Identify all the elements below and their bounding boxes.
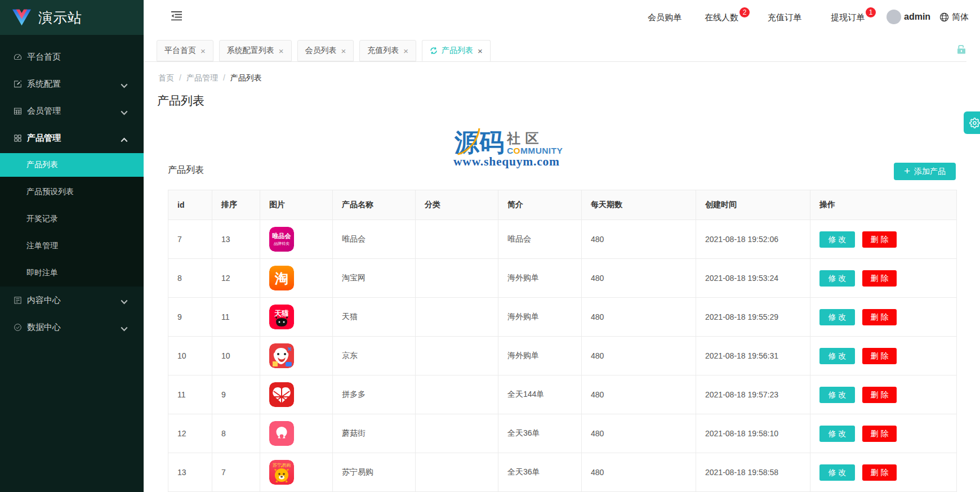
svg-text:淘: 淘 xyxy=(274,271,288,286)
svg-text:品牌特卖: 品牌特卖 xyxy=(274,241,289,246)
svg-text:唯品会: 唯品会 xyxy=(273,232,292,239)
svg-text:天猫: 天猫 xyxy=(274,309,289,317)
